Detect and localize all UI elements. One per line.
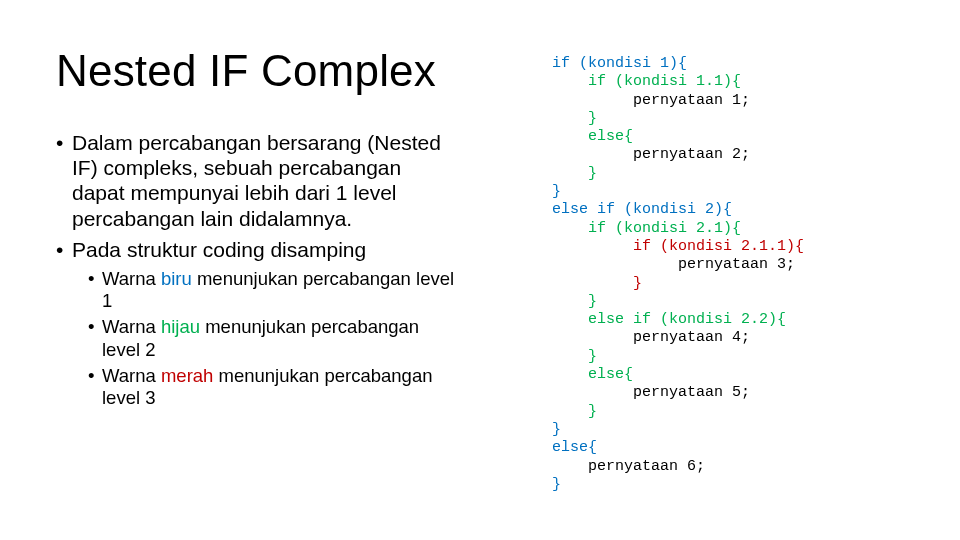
code-line: pernyataan 4; xyxy=(552,329,750,346)
color-word-red: merah xyxy=(161,365,213,386)
code-line: if (kondisi 2.1){ xyxy=(552,220,741,237)
color-word-green: hijau xyxy=(161,316,200,337)
code-line: } xyxy=(552,403,597,420)
code-line: if (kondisi 2.1.1){ xyxy=(552,238,804,255)
code-line: } xyxy=(552,293,597,310)
bullet-level2: • Warna hijau menunjukan percabangan lev… xyxy=(88,316,456,360)
code-line: else if (kondisi 2){ xyxy=(552,201,732,218)
code-line: else{ xyxy=(552,366,633,383)
code-line: pernyataan 5; xyxy=(552,384,750,401)
bullet-level2: • Warna biru menunjukan percabangan leve… xyxy=(88,268,456,312)
text-fragment: Warna xyxy=(102,365,161,386)
slide: Nested IF Complex • Dalam percabangan be… xyxy=(0,0,960,540)
code-line: } xyxy=(552,476,561,493)
code-line: pernyataan 2; xyxy=(552,146,750,163)
sub-bullets: • Warna biru menunjukan percabangan leve… xyxy=(88,268,456,409)
bullet-level2: • Warna merah menunjukan percabangan lev… xyxy=(88,365,456,409)
slide-title: Nested IF Complex xyxy=(56,46,436,96)
code-line: pernyataan 6; xyxy=(552,458,705,475)
code-line: } xyxy=(552,110,597,127)
bullet-level1: • Dalam percabangan bersarang (Nested IF… xyxy=(56,130,456,231)
bullet-dot-icon: • xyxy=(88,316,94,338)
code-line: if (kondisi 1.1){ xyxy=(552,73,741,90)
bullet-dot-icon: • xyxy=(88,365,94,387)
bullet-dot-icon: • xyxy=(88,268,94,290)
code-line: if (kondisi 1){ xyxy=(552,55,687,72)
bullet-dot-icon: • xyxy=(56,237,63,262)
code-line: else{ xyxy=(552,439,597,456)
text-fragment: Warna xyxy=(102,268,161,289)
code-line: pernyataan 1; xyxy=(552,92,750,109)
code-line: } xyxy=(552,165,597,182)
bullet-text: Pada struktur coding disamping xyxy=(72,238,366,261)
text-fragment: Warna xyxy=(102,316,161,337)
code-line: else{ xyxy=(552,128,633,145)
bullet-text: Dalam percabangan bersarang (Nested IF) … xyxy=(72,131,441,230)
code-line: else if (kondisi 2.2){ xyxy=(552,311,786,328)
code-line: } xyxy=(552,348,597,365)
bullet-level1: • Pada struktur coding disamping xyxy=(56,237,456,262)
code-line: } xyxy=(552,275,642,292)
body-text: • Dalam percabangan bersarang (Nested IF… xyxy=(56,130,456,413)
code-line: } xyxy=(552,421,561,438)
code-line: pernyataan 3; xyxy=(552,256,795,273)
code-line: } xyxy=(552,183,561,200)
code-block: if (kondisi 1){ if (kondisi 1.1){ pernya… xyxy=(552,55,932,494)
color-word-blue: biru xyxy=(161,268,192,289)
bullet-dot-icon: • xyxy=(56,130,63,155)
